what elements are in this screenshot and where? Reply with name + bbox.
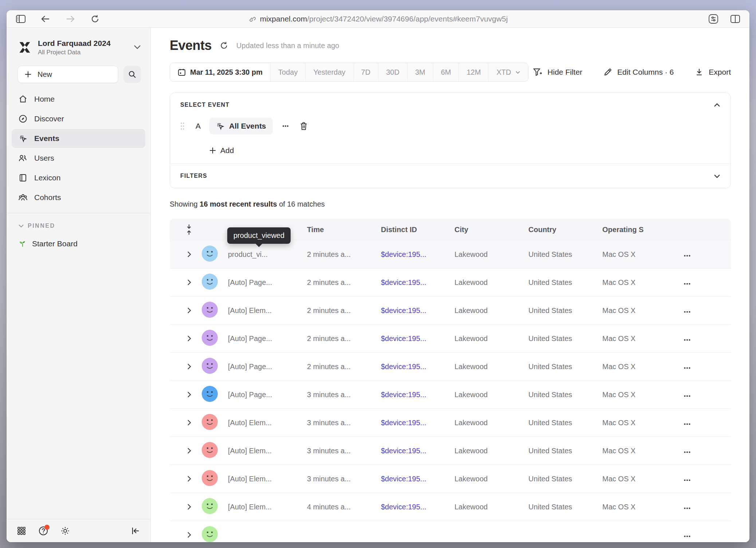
event-os: Mac OS X — [602, 447, 681, 455]
chevron-down-icon[interactable] — [714, 174, 720, 178]
pinned-section-header[interactable]: PINNED — [7, 213, 150, 229]
row-expand-chevron-icon[interactable] — [187, 447, 191, 454]
column-operating-system[interactable]: Operating S — [602, 226, 681, 234]
distinct-id-link[interactable]: $device:195... — [381, 363, 454, 371]
range-6m[interactable]: 6M — [433, 63, 459, 81]
row-more-button[interactable] — [684, 395, 691, 397]
refresh-icon[interactable] — [220, 41, 228, 50]
range-xtd[interactable]: XTD — [489, 63, 528, 81]
distinct-id-link[interactable]: $device:195... — [381, 503, 454, 511]
search-icon — [128, 70, 136, 78]
row-more-button[interactable] — [684, 423, 691, 425]
row-expand-chevron-icon[interactable] — [187, 475, 191, 482]
event-more-button[interactable] — [282, 125, 289, 127]
calendar-icon — [178, 68, 186, 76]
collapse-rows-icon[interactable] — [186, 224, 192, 235]
range-30d[interactable]: 30D — [378, 63, 407, 81]
new-button[interactable]: New — [17, 66, 118, 83]
table-row[interactable] — [170, 521, 731, 542]
table-row[interactable]: [Auto] Page... 2 minutes a... $device:19… — [170, 269, 731, 297]
date-picker-button[interactable]: Mar 11, 2025 3:30 pm — [170, 63, 271, 81]
column-distinct-id[interactable]: Distinct ID — [381, 226, 454, 234]
hide-filter-button[interactable]: Hide Filter — [533, 68, 582, 77]
pinned-item-starter-board[interactable]: Starter Board — [7, 229, 150, 248]
event-country: United States — [528, 447, 602, 455]
edit-columns-button[interactable]: Edit Columns · 6 — [603, 68, 674, 77]
row-more-button[interactable] — [684, 367, 691, 369]
column-city[interactable]: City — [454, 226, 528, 234]
event-country: United States — [528, 306, 602, 315]
row-more-button[interactable] — [684, 255, 691, 257]
distinct-id-link[interactable]: $device:195... — [381, 278, 454, 287]
apps-grid-icon[interactable] — [16, 525, 27, 536]
back-icon[interactable] — [40, 13, 51, 24]
table-row[interactable]: [Auto] Page... 2 minutes a... $device:19… — [170, 325, 731, 353]
row-expand-chevron-icon[interactable] — [187, 504, 191, 510]
event-os: Mac OS X — [602, 363, 681, 371]
distinct-id-link[interactable]: $device:195... — [381, 475, 454, 483]
row-more-button[interactable] — [684, 479, 691, 481]
range-3m[interactable]: 3M — [407, 63, 433, 81]
sidebar-item-cohorts[interactable]: Cohorts — [12, 188, 145, 207]
distinct-id-link[interactable]: $device:195... — [381, 306, 454, 315]
row-expand-chevron-icon[interactable] — [187, 391, 191, 398]
range-yesterday[interactable]: Yesterday — [306, 63, 353, 81]
row-more-button[interactable] — [684, 507, 691, 509]
row-expand-chevron-icon[interactable] — [187, 419, 191, 426]
table-row[interactable]: [Auto] Elem... 3 minutes a... $device:19… — [170, 465, 731, 493]
settings-gear-icon[interactable] — [60, 525, 71, 536]
split-view-icon[interactable] — [730, 13, 741, 24]
row-more-button[interactable] — [684, 311, 691, 313]
row-more-button[interactable] — [684, 283, 691, 285]
select-event-section: SELECT EVENT A — [170, 93, 731, 164]
sidebar-item-discover[interactable]: Discover — [12, 109, 145, 128]
range-12m[interactable]: 12M — [459, 63, 489, 81]
drag-handle-icon[interactable] — [180, 122, 185, 130]
table-row[interactable]: [Auto] Elem... 3 minutes a... $device:19… — [170, 409, 731, 437]
search-button[interactable] — [123, 66, 141, 83]
all-events-selector[interactable]: All Events — [209, 118, 273, 134]
column-country[interactable]: Country — [528, 226, 602, 234]
table-row[interactable]: [Auto] Page... 2 minutes a... $device:19… — [170, 353, 731, 381]
event-country: United States — [528, 334, 602, 343]
select-event-header: SELECT EVENT — [180, 102, 229, 108]
distinct-id-link[interactable]: $device:195... — [381, 391, 454, 399]
row-expand-chevron-icon[interactable] — [187, 363, 191, 370]
page-settings-icon[interactable] — [708, 13, 719, 24]
table-row[interactable]: [Auto] Elem... 3 minutes a... $device:19… — [170, 437, 731, 465]
table-row[interactable]: [Auto] Elem... 2 minutes a... $device:19… — [170, 297, 731, 325]
address-bar[interactable]: mixpanel.com/project/3472420/view/397469… — [248, 10, 508, 28]
column-time[interactable]: Time — [307, 226, 381, 234]
table-row[interactable]: [Auto] Page... 3 minutes a... $device:19… — [170, 381, 731, 409]
sidebar-item-events[interactable]: Events — [12, 129, 145, 148]
distinct-id-link[interactable]: $device:195... — [381, 250, 454, 259]
collapse-sidebar-icon[interactable] — [130, 525, 141, 536]
project-switcher[interactable]: Lord Farquaad 2024 All Project Data — [7, 28, 150, 56]
sidebar-item-users[interactable]: Users — [12, 149, 145, 168]
row-expand-chevron-icon[interactable] — [187, 335, 191, 342]
range-7d[interactable]: 7D — [354, 63, 379, 81]
row-expand-chevron-icon[interactable] — [187, 532, 191, 538]
row-expand-chevron-icon[interactable] — [187, 307, 191, 314]
sidebar-toggle-icon[interactable] — [15, 13, 26, 24]
sidebar-item-lexicon[interactable]: Lexicon — [12, 168, 145, 187]
table-row[interactable]: [Auto] Elem... 4 minutes a... $device:19… — [170, 493, 731, 521]
row-more-button[interactable] — [684, 451, 691, 453]
chevron-up-icon[interactable] — [714, 103, 720, 107]
distinct-id-link[interactable]: $device:195... — [381, 447, 454, 455]
distinct-id-link[interactable]: $device:195... — [381, 419, 454, 427]
row-expand-chevron-icon[interactable] — [187, 279, 191, 286]
row-more-button[interactable] — [684, 339, 691, 341]
sidebar-item-home[interactable]: Home — [12, 90, 145, 109]
delete-event-button[interactable] — [300, 122, 308, 130]
row-expand-chevron-icon[interactable] — [187, 251, 191, 258]
table-row[interactable]: product_vi... 2 minutes a... $device:195… — [170, 240, 731, 269]
distinct-id-link[interactable]: $device:195... — [381, 334, 454, 343]
range-today[interactable]: Today — [271, 63, 306, 81]
help-button[interactable] — [39, 526, 48, 536]
reload-icon[interactable] — [90, 13, 101, 24]
row-more-button[interactable] — [684, 535, 691, 537]
add-event-button[interactable]: Add — [209, 146, 720, 155]
event-cursor-icon — [216, 122, 225, 130]
export-button[interactable]: Export — [695, 68, 731, 77]
